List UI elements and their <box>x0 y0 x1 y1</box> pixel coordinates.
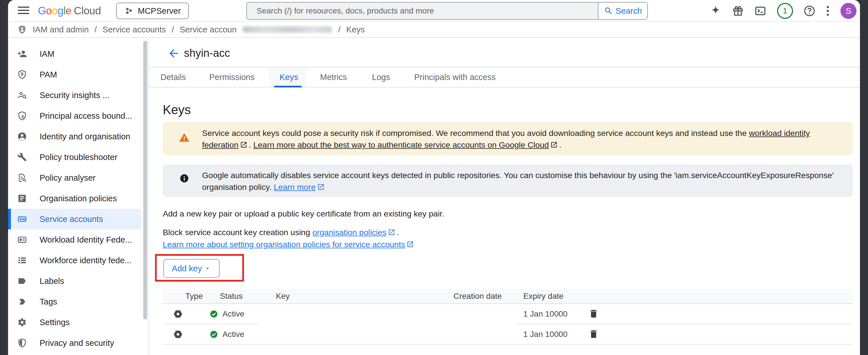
kebab-menu-icon[interactable] <box>826 5 830 16</box>
info-learn-more-link[interactable]: Learn more <box>274 182 316 191</box>
sidebar-item-tags[interactable]: Tags <box>8 291 141 312</box>
col-key: Key <box>276 289 290 304</box>
sidebar-scrollbar[interactable] <box>143 41 147 319</box>
organisation-policies-link[interactable]: organisation policies <box>312 228 386 237</box>
warning-banner: Service account keys could pose a securi… <box>163 122 853 155</box>
expiry-date: 1 Jan 10000 <box>523 324 567 344</box>
key-type-icon <box>173 329 183 340</box>
hexagon-cluster-icon <box>124 6 133 15</box>
section-heading: Keys <box>163 103 191 117</box>
sidebar-item-security-insights[interactable]: Security insights ... <box>8 85 141 106</box>
iam-admin-sidebar: IAM PAM Security insights ... Principal … <box>8 39 149 355</box>
gemini-sparkle-icon[interactable] <box>710 5 722 17</box>
sidebar-item-settings[interactable]: Settings <box>8 312 141 333</box>
delete-key-button[interactable] <box>588 309 599 319</box>
col-creation: Creation date <box>454 289 502 304</box>
redacted-area <box>258 306 517 325</box>
page-title: shyin-acc <box>184 39 230 67</box>
sidebar-item-service-accounts[interactable]: Service accounts <box>8 209 141 229</box>
block-key-creation-line: Block service account key creation using… <box>163 226 399 238</box>
account-circle-icon <box>17 132 27 141</box>
sidebar-item-workforce-identity-federation[interactable]: Workforce identity fede... <box>8 250 141 271</box>
badge-card-icon <box>17 235 27 245</box>
help-icon[interactable] <box>804 5 815 16</box>
keys-panel: Keys Service account keys could pose a s… <box>149 87 860 355</box>
wrench-icon <box>17 152 27 162</box>
search-bar: Search <box>246 2 648 20</box>
search-input[interactable] <box>247 3 598 19</box>
intro-text: Add a new key pair or upload a public ke… <box>163 209 444 218</box>
redacted-text <box>243 26 332 33</box>
breadcrumb-service-accounts[interactable]: Service accounts <box>102 25 166 34</box>
status-badge: Active <box>210 324 244 344</box>
page-header: shyin-acc <box>149 39 860 67</box>
sidebar-item-iam[interactable]: IAM <box>8 44 141 64</box>
tab-keys[interactable]: Keys <box>280 67 298 87</box>
sidebar-item-pam[interactable]: PAM <box>8 64 141 85</box>
breadcrumb-iam-and-admin[interactable]: IAM and admin <box>33 25 89 34</box>
info-text: Google automatically disables service ac… <box>202 164 836 193</box>
key-type-icon <box>173 309 183 319</box>
browser-window: Google Cloud MCPServer Search <box>8 0 860 355</box>
col-status: Status <box>220 289 243 304</box>
sidebar-item-organisation-policies[interactable]: Organisation policies <box>8 188 141 209</box>
top-right-icons: 1 S <box>710 0 857 22</box>
active-tab-underline <box>274 86 302 87</box>
setting-org-policies-link[interactable]: Learn more about setting organisation po… <box>163 240 405 249</box>
add-key-button[interactable]: Add key <box>163 259 220 278</box>
label-icon <box>17 276 27 286</box>
external-link-icon <box>550 141 558 148</box>
top-app-bar: Google Cloud MCPServer Search <box>8 0 860 22</box>
warning-text: Service account keys could pose a securi… <box>202 122 836 151</box>
back-arrow-icon[interactable] <box>167 47 180 60</box>
tab-principals-with-access[interactable]: Principals with access <box>414 67 496 87</box>
sidebar-item-identity-organisation[interactable]: Identity and organisation <box>8 126 141 147</box>
info-icon <box>179 174 189 183</box>
document-search-icon <box>17 173 27 183</box>
external-link-icon <box>240 141 247 148</box>
sidebar-item-principal-access-boundary[interactable]: Principal access bound... <box>8 106 141 126</box>
service-account-key-icon <box>17 214 27 224</box>
dropdown-caret-icon <box>204 265 211 272</box>
sidebar-item-privacy-security[interactable]: Privacy and security <box>8 333 141 353</box>
project-name: MCPServer <box>138 6 181 16</box>
gear-icon <box>17 317 27 327</box>
gift-icon[interactable] <box>732 5 744 16</box>
search-button[interactable]: Search <box>598 3 647 19</box>
external-link-icon <box>406 241 414 248</box>
cloud-shell-icon[interactable] <box>754 5 766 17</box>
authenticate-learn-more-link[interactable]: Learn more about the best way to authent… <box>253 140 549 149</box>
sidebar-item-labels[interactable]: Labels <box>8 271 141 291</box>
person-add-icon <box>17 49 27 59</box>
google-cloud-logo[interactable]: Google Cloud <box>38 0 101 22</box>
menu-icon[interactable] <box>18 7 30 16</box>
expiry-date: 1 Jan 10000 <box>523 304 567 324</box>
breadcrumb-service-account[interactable]: Service accoun <box>180 25 237 34</box>
delete-key-button[interactable] <box>588 329 599 339</box>
tab-permissions[interactable]: Permissions <box>209 67 255 87</box>
search-icon <box>604 6 613 15</box>
sidebar-item-workload-identity-federation[interactable]: Workload Identity Fede... <box>8 229 141 250</box>
iam-shield-icon <box>17 25 27 34</box>
tab-metrics[interactable]: Metrics <box>320 67 347 87</box>
sidebar-item-policy-troubleshooter[interactable]: Policy troubleshooter <box>8 147 141 168</box>
breadcrumb-current-keys: Keys <box>346 25 365 34</box>
external-link-icon <box>388 228 395 236</box>
shield-person-icon <box>17 111 27 121</box>
tag-arrow-icon <box>17 297 27 307</box>
desktop-frame: Google Cloud MCPServer Search <box>0 0 868 355</box>
notifications-badge[interactable]: 1 <box>777 3 793 19</box>
tab-details[interactable]: Details <box>160 67 186 87</box>
breadcrumb: IAM and admin / Service accounts / Servi… <box>8 22 860 38</box>
status-badge: Active <box>210 304 244 324</box>
info-banner: Google automatically disables service ac… <box>163 164 853 197</box>
sidebar-item-policy-analyser[interactable]: Policy analyser <box>8 168 141 188</box>
avatar[interactable]: S <box>840 3 857 19</box>
main-content: shyin-acc Details Permissions Keys Metri… <box>149 39 860 355</box>
tab-logs[interactable]: Logs <box>372 67 390 87</box>
col-type: Type <box>185 289 203 304</box>
person-search-icon <box>17 90 27 100</box>
project-selector[interactable]: MCPServer <box>116 3 189 19</box>
warning-icon <box>179 132 190 143</box>
article-icon <box>17 193 27 203</box>
